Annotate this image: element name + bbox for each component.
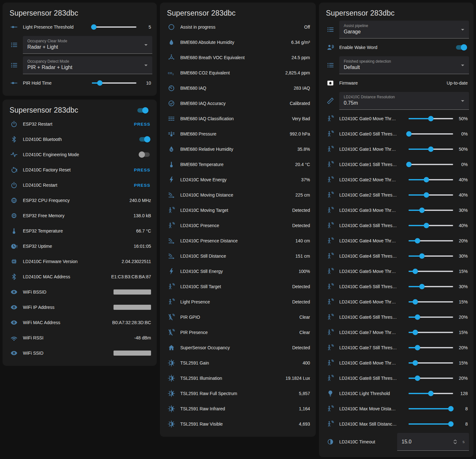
slider-ld2410c-gate0-still-thres[interactable] xyxy=(409,131,453,137)
row-ld2410c-gate2-move-thr: LD2410C Gate2 Move Thr…40% xyxy=(323,172,469,187)
row-label: LD2410C Gate2 Still Thres… xyxy=(339,192,407,198)
redacted-value xyxy=(114,289,151,295)
slider-thumb[interactable] xyxy=(97,80,103,86)
slider-ld2410c-gate8-move-thr[interactable] xyxy=(409,360,453,366)
row-ld2410c-light-threshold: LD2410C Light Threshold128 xyxy=(323,386,469,401)
slider-value: 40% xyxy=(454,192,469,198)
select-ld2410c-distance-resolution[interactable]: LD2410C Distance Resolution0.75m xyxy=(339,92,469,110)
slider-thumb[interactable] xyxy=(406,131,412,137)
slider-thumb[interactable] xyxy=(424,177,429,183)
check-circle-icon xyxy=(168,100,175,107)
circle-icon xyxy=(168,23,175,31)
row-label: LD2410C MAC Address xyxy=(23,274,111,279)
slider-value: 30% xyxy=(454,208,469,213)
bluetooth-icon xyxy=(10,136,18,143)
slider-thumb[interactable] xyxy=(413,360,418,366)
slider-ld2410c-max-move-dista[interactable] xyxy=(409,406,453,412)
press-button-ld2410c-factory-reset[interactable]: PRESS xyxy=(134,168,152,172)
motion-sensor-icon xyxy=(327,237,334,245)
row-bme680-iaq-accuracy: BME680 IAQ AccuracyCalibrated xyxy=(164,96,311,111)
thermometer-icon xyxy=(168,161,175,168)
row-value: B0:A7:32:28:3D:BC xyxy=(112,320,152,325)
select-assist-pipeline[interactable]: Assist pipelineGarage xyxy=(339,21,469,38)
slider-ld2410c-gate1-move-thr[interactable] xyxy=(409,146,453,152)
row-label: LD2410C Gate2 Move Thr… xyxy=(339,177,407,182)
slider-ld2410c-gate4-still-thres[interactable] xyxy=(409,253,453,259)
slider-thumb[interactable] xyxy=(413,330,418,335)
slider-ld2410c-gate3-move-thr[interactable] xyxy=(409,207,453,213)
slider-thumb[interactable] xyxy=(419,254,425,259)
row-value: 225 cm xyxy=(295,192,311,198)
row-label: LD2410C Gate0 Move Thr… xyxy=(339,116,407,121)
slider-thumb[interactable] xyxy=(415,345,420,351)
row-label: BME680 IAQ Classification xyxy=(180,116,292,121)
slider-thumb[interactable] xyxy=(413,269,418,274)
slider-ld2410c-gate7-still-thres[interactable] xyxy=(409,344,453,351)
row-value: 1,164 xyxy=(299,406,311,411)
slider-thumb[interactable] xyxy=(448,406,454,412)
slider-ld2410c-gate5-move-thr[interactable] xyxy=(409,268,453,275)
slider-thumb[interactable] xyxy=(419,208,425,213)
redacted-value xyxy=(114,351,151,356)
select-occupancy-detect-mode[interactable]: Occupancy Detect ModePIR + Radar + Light xyxy=(23,56,152,74)
slider-thumb[interactable] xyxy=(428,116,434,122)
row-occupancy-clear-mode: Occupancy Clear ModeRadar + Light xyxy=(7,35,152,55)
list-icon xyxy=(327,61,334,69)
motion-sensor-icon xyxy=(327,191,334,199)
slider-ld2410c-gate5-still-thres[interactable] xyxy=(409,283,453,290)
slider-ld2410c-gate8-still-thres[interactable] xyxy=(409,375,453,381)
motion-sensor-icon xyxy=(168,283,175,290)
slider-thumb[interactable] xyxy=(413,299,418,305)
row-label: LD2410C Still Energy xyxy=(180,269,299,274)
row-value: Detected xyxy=(292,223,311,228)
row-label: LD2410C Gate6 Move Thr… xyxy=(339,299,407,304)
slider-value: 0% xyxy=(454,131,469,136)
row-bme680-iaq: BME680 IAQ283 IAQ xyxy=(164,80,311,96)
slider-ld2410c-max-still-distanc[interactable] xyxy=(409,421,453,427)
slider-ld2410c-gate2-move-thr[interactable] xyxy=(409,177,453,183)
press-button-esp32-restart[interactable]: PRESS xyxy=(134,122,152,127)
slider-thumb[interactable] xyxy=(415,238,420,244)
row-value: 283 IAQ xyxy=(294,86,311,91)
row-label: PIR Presence xyxy=(180,330,300,335)
card-header-toggle[interactable] xyxy=(137,107,148,114)
slider-light-presence-threshold[interactable] xyxy=(92,24,136,30)
slider-thumb[interactable] xyxy=(91,24,96,30)
slider-thumb[interactable] xyxy=(448,421,454,427)
slider-thumb[interactable] xyxy=(415,315,420,320)
slider-thumb[interactable] xyxy=(415,376,420,381)
slider-value: 20% xyxy=(454,238,469,243)
row-ld2410c-gate3-move-thr: LD2410C Gate3 Move Thr…30% xyxy=(323,203,469,218)
row-bme680-relative-humidity: BME680 Relative Humidity35.8% xyxy=(164,142,311,157)
slider-ld2410c-gate0-move-thr[interactable] xyxy=(409,115,453,122)
toggle-enable-wake-word[interactable] xyxy=(455,44,467,51)
toggle-ld2410c-bluetooth[interactable] xyxy=(139,136,150,143)
slider-thumb[interactable] xyxy=(406,162,412,167)
slider-ld2410c-gate3-still-thres[interactable] xyxy=(409,222,453,229)
slider-thumb[interactable] xyxy=(424,223,429,228)
press-button-ld2410c-restart[interactable]: PRESS xyxy=(134,183,152,188)
slider-ld2410c-gate4-move-thr[interactable] xyxy=(409,238,453,244)
column-2: Supersensor 283dbcAssist in progressOffB… xyxy=(160,3,316,437)
slider-pir-hold-time[interactable] xyxy=(92,80,136,86)
co2-icon: CO2 xyxy=(168,69,175,77)
select-finished-speaking-detection[interactable]: Finished speaking detectionDefault xyxy=(339,56,469,74)
stepper-control[interactable] xyxy=(452,440,458,444)
slider-ld2410c-gate2-still-thres[interactable] xyxy=(409,192,453,198)
slider-value: 15% xyxy=(454,330,469,335)
number-input-ld2410c-timeout[interactable]: 15.0s xyxy=(397,433,469,451)
slider-ld2410c-light-threshold[interactable] xyxy=(409,390,453,397)
slider-thumb[interactable] xyxy=(424,192,429,198)
slider-ld2410c-gate1-still-thres[interactable] xyxy=(409,161,453,168)
slider-ld2410c-gate6-move-thr[interactable] xyxy=(409,299,453,305)
slider-ld2410c-gate6-still-thres[interactable] xyxy=(409,314,453,320)
eye-icon xyxy=(10,349,18,357)
row-ld2410c-gate8-still-thres: LD2410C Gate8 Still Thres…20% xyxy=(323,371,469,386)
slider-ld2410c-gate7-move-thr[interactable] xyxy=(409,329,453,336)
select-occupancy-clear-mode[interactable]: Occupancy Clear ModeRadar + Light xyxy=(23,36,152,54)
slider-thumb[interactable] xyxy=(428,391,434,396)
toggle-ld2410c-engineering-mode[interactable] xyxy=(139,151,150,158)
slider-thumb[interactable] xyxy=(428,147,434,152)
memory-icon xyxy=(10,212,18,219)
slider-thumb[interactable] xyxy=(419,284,425,289)
